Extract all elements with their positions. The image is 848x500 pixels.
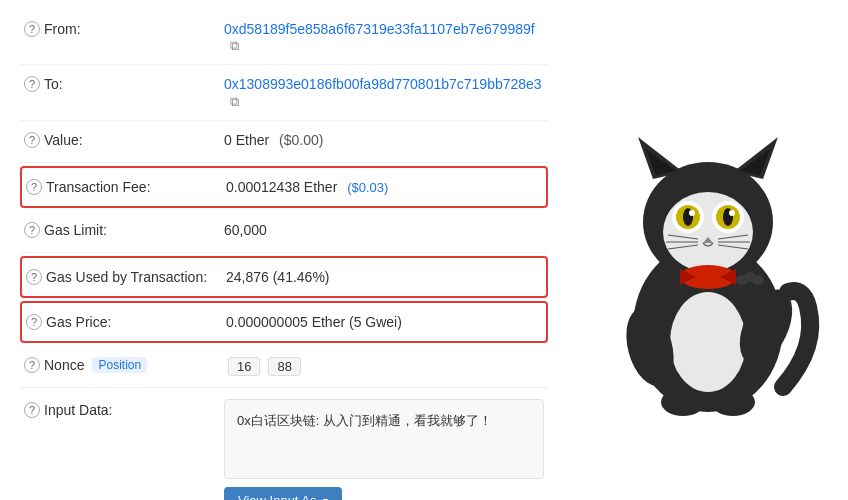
gas-limit-row: ? Gas Limit: 60,000 (20, 211, 548, 253)
svg-point-32 (698, 269, 718, 285)
nonce-help-icon[interactable]: ? (24, 357, 40, 373)
nonce-position-badge: Position (92, 357, 147, 373)
tx-fee-value: 0.00012438 Ether ($0.03) (226, 178, 542, 195)
gas-used-row: ? Gas Used by Transaction: 24,876 (41.46… (20, 256, 548, 298)
input-data-value: 0x白话区块链: 从入门到精通，看我就够了！ View Input As ▾ (224, 398, 544, 500)
input-data-label-text: Input Data: (44, 402, 113, 418)
to-help-icon[interactable]: ? (24, 76, 40, 92)
gas-price-help-icon[interactable]: ? (26, 314, 42, 330)
gas-used-label: ? Gas Used by Transaction: (26, 268, 226, 285)
from-row: ? From: 0xd58189f5e858a6f67319e33fa1107e… (20, 10, 548, 65)
value-help-icon[interactable]: ? (24, 132, 40, 148)
from-address[interactable]: 0xd58189f5e858a6f67319e33fa1107eb7e67998… (224, 21, 535, 37)
value-row: ? Value: 0 Ether ($0.00) (20, 121, 548, 163)
svg-point-15 (729, 210, 735, 216)
to-address[interactable]: 0x1308993e0186fb00fa98d770801b7c719bb728… (224, 76, 542, 92)
gas-limit-help-icon[interactable]: ? (24, 222, 40, 238)
input-data-label: ? Input Data: (24, 398, 224, 418)
gas-used-label-text: Gas Used by Transaction: (46, 269, 207, 285)
nonce-label-text: Nonce (44, 357, 84, 373)
from-label-text: From: (44, 21, 81, 37)
gas-limit-label: ? Gas Limit: (24, 221, 224, 238)
svg-point-33 (661, 388, 705, 416)
input-data-row: ? Input Data: 0x白话区块链: 从入门到精通，看我就够了！ Vie… (20, 388, 548, 500)
nonce-val-2: 88 (268, 357, 300, 376)
gas-price-label-text: Gas Price: (46, 314, 111, 330)
value-amount: 0 Ether ($0.00) (224, 131, 544, 148)
input-data-help-icon[interactable]: ? (24, 402, 40, 418)
tx-fee-label: ? Transaction Fee: (26, 178, 226, 195)
gas-used-value: 24,876 (41.46%) (226, 268, 542, 285)
value-label-text: Value: (44, 132, 83, 148)
to-row: ? To: 0x1308993e0186fb00fa98d770801b7c71… (20, 65, 548, 120)
tx-fee-ether: 0.00012438 Ether (226, 179, 337, 195)
tx-fee-help-icon[interactable]: ? (26, 179, 42, 195)
to-label-text: To: (44, 76, 63, 92)
to-value: 0x1308993e0186fb00fa98d770801b7c719bb728… (224, 75, 544, 109)
gas-limit-label-text: Gas Limit: (44, 222, 107, 238)
view-input-button[interactable]: View Input As ▾ (224, 487, 342, 500)
svg-point-7 (663, 192, 753, 272)
gas-used-help-icon[interactable]: ? (26, 269, 42, 285)
value-usd: ($0.00) (279, 132, 323, 148)
right-panel (568, 0, 848, 500)
to-copy-icon[interactable]: ⧉ (230, 94, 239, 110)
chevron-down-icon: ▾ (323, 495, 328, 500)
input-data-box: 0x白话区块链: 从入门到精通，看我就够了！ (224, 399, 544, 479)
cat-illustration (588, 107, 828, 427)
nonce-row: ? Nonce Position 16 88 (20, 346, 548, 388)
tx-fee-usd: ($0.03) (347, 180, 388, 195)
from-copy-icon[interactable]: ⧉ (230, 38, 239, 54)
svg-point-1 (670, 292, 746, 392)
svg-point-28 (752, 275, 764, 285)
nonce-label: ? Nonce Position (24, 356, 224, 373)
from-value: 0xd58189f5e858a6f67319e33fa1107eb7e67998… (224, 20, 544, 54)
from-label: ? From: (24, 20, 224, 37)
main-container: ? From: 0xd58189f5e858a6f67319e33fa1107e… (0, 0, 848, 500)
value-label: ? Value: (24, 131, 224, 148)
gas-limit-value: 60,000 (224, 221, 544, 238)
nonce-value: 16 88 (224, 356, 544, 376)
nonce-values: 16 88 (228, 357, 301, 376)
gas-price-label: ? Gas Price: (26, 313, 226, 330)
to-label: ? To: (24, 75, 224, 92)
cat-svg (588, 107, 828, 427)
tx-fee-label-text: Transaction Fee: (46, 179, 151, 195)
gas-price-value: 0.000000005 Ether (5 Gwei) (226, 313, 542, 330)
nonce-val-1: 16 (228, 357, 260, 376)
svg-point-14 (689, 210, 695, 216)
from-help-icon[interactable]: ? (24, 21, 40, 37)
view-input-label: View Input As (238, 493, 317, 500)
tx-fee-row: ? Transaction Fee: 0.00012438 Ether ($0.… (20, 166, 548, 208)
left-panel: ? From: 0xd58189f5e858a6f67319e33fa1107e… (0, 0, 568, 500)
value-ether: 0 Ether (224, 132, 269, 148)
gas-price-row: ? Gas Price: 0.000000005 Ether (5 Gwei) (20, 301, 548, 343)
svg-point-34 (711, 388, 755, 416)
